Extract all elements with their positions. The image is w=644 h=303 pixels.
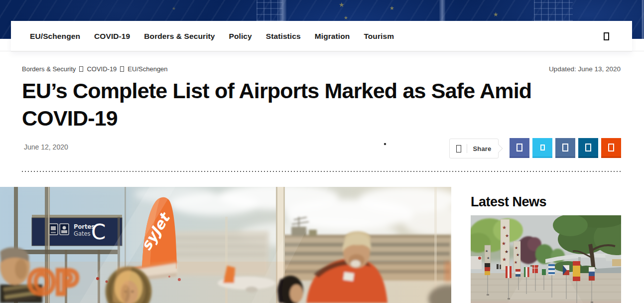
svg-text:★: ★ xyxy=(485,249,488,253)
svg-text:★: ★ xyxy=(502,257,507,262)
breadcrumb-row: Borders & Security COVID-19 EU/Schengen … xyxy=(22,65,621,73)
eu-star-icon: ★ xyxy=(344,15,348,20)
messenger-icon xyxy=(585,144,591,152)
breadcrumb-link-eu-schengen[interactable]: EU/Schengen xyxy=(128,65,167,73)
svg-text:★: ★ xyxy=(505,233,509,238)
share-button[interactable]: Share xyxy=(449,139,499,158)
share-icon xyxy=(456,145,461,152)
share-divider xyxy=(467,144,467,153)
breadcrumb-link-borders-security[interactable]: Borders & Security xyxy=(22,65,76,73)
twitter-icon xyxy=(540,145,545,151)
featured-image: syJet Portes Gates C xyxy=(0,187,451,303)
svg-text:★: ★ xyxy=(516,253,519,257)
article-title: EU’s Complete List of Airports Marked as… xyxy=(22,77,605,132)
stray-dot xyxy=(384,143,386,145)
nav-item-covid19[interactable]: COVID-19 xyxy=(94,32,130,41)
eu-star-icon: ★ xyxy=(389,5,394,11)
published-date: June 12, 2020 xyxy=(24,143,68,151)
svg-text:★: ★ xyxy=(502,241,506,246)
social-button[interactable] xyxy=(578,138,598,158)
page: ★ ★ ★ ★ ★ ★ ★ EU/Schengen COVID-19 Borde… xyxy=(0,0,644,303)
svg-text:★: ★ xyxy=(505,249,509,254)
social-button[interactable] xyxy=(601,138,621,158)
orange-sign-reflection: OP xyxy=(28,264,78,301)
share-pill-tail xyxy=(495,145,503,153)
svg-text:Gates: Gates xyxy=(74,230,91,237)
breadcrumb-separator-icon xyxy=(79,66,83,72)
search-icon[interactable] xyxy=(604,32,609,40)
nav-item-eu-schengen[interactable]: EU/Schengen xyxy=(30,32,80,41)
updated-date: Updated: June 13, 2020 xyxy=(549,65,621,73)
breadcrumb-link-covid19[interactable]: COVID-19 xyxy=(87,65,117,73)
svg-text:C: C xyxy=(91,220,106,244)
nav-item-statistics[interactable]: Statistics xyxy=(266,32,301,41)
nav-item-borders-security[interactable]: Borders & Security xyxy=(144,32,215,41)
social-button[interactable] xyxy=(532,138,552,158)
flagpole xyxy=(642,0,644,39)
nav-item-policy[interactable]: Policy xyxy=(229,32,252,41)
eu-star-icon: ★ xyxy=(172,6,176,11)
dotted-divider xyxy=(22,171,621,172)
main-navigation: EU/Schengen COVID-19 Borders & Security … xyxy=(11,21,632,51)
svg-text:★: ★ xyxy=(515,246,518,250)
breadcrumb: Borders & Security COVID-19 EU/Schengen xyxy=(22,65,168,73)
header-divider xyxy=(0,51,644,51)
latest-news-title: Latest News xyxy=(471,194,546,210)
share-label: Share xyxy=(473,145,491,152)
svg-text:★: ★ xyxy=(502,225,507,230)
facebook-icon xyxy=(516,144,522,152)
eu-star-icon: ★ xyxy=(493,11,499,18)
social-button[interactable] xyxy=(555,138,575,158)
nav-item-tourism[interactable]: Tourism xyxy=(364,32,394,41)
svg-text:★: ★ xyxy=(514,260,517,265)
social-button[interactable] xyxy=(510,138,529,158)
svg-text:OP: OP xyxy=(28,264,78,301)
svg-text:★: ★ xyxy=(487,256,490,260)
nav-item-migration[interactable]: Migration xyxy=(315,32,350,41)
latest-news-thumbnail[interactable]: ★★ ★★ ★ ★★ ★ ★★ ★ xyxy=(471,215,621,303)
social-share-bar xyxy=(510,138,621,158)
reddit-icon xyxy=(608,144,614,152)
breadcrumb-separator-icon xyxy=(120,66,124,72)
linkedin-icon xyxy=(562,144,568,152)
eu-star-icon: ★ xyxy=(339,1,345,8)
